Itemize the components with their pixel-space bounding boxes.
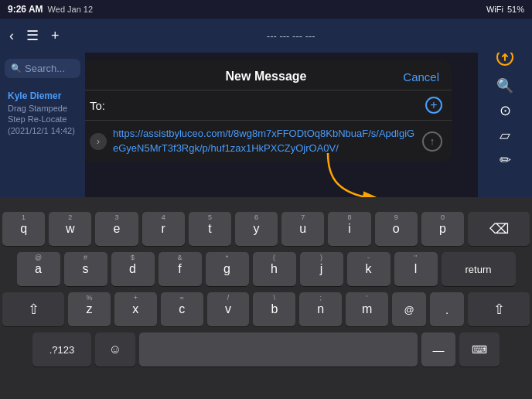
search-panel-icon[interactable]: 🔍 — [496, 77, 513, 94]
key-r[interactable]: 4r — [142, 212, 185, 246]
search-icon: 🔍 — [11, 63, 22, 73]
sidebar-item-desc: Drag StampedeStep Re-Locate(2021/12/1 14… — [8, 103, 77, 136]
keyboard: 1q 2w 3e 4r 5t 6y 7u 8i 9o 0p ⌫ @a #s $d… — [0, 207, 532, 399]
status-bar-right: WiFi 51% — [486, 5, 524, 14]
modal-title: New Message — [226, 70, 307, 84]
back-button[interactable]: ‹ — [9, 28, 14, 44]
app-header: ‹ ☰ + --- --- --- --- — [0, 19, 532, 53]
key-s[interactable]: #s — [64, 252, 107, 286]
key-m[interactable]: 'm — [346, 292, 388, 326]
key-y[interactable]: 6y — [235, 212, 278, 246]
wifi-icon: WiFi — [486, 5, 503, 14]
header-center-text: --- --- --- --- — [60, 30, 523, 42]
key-shift[interactable]: ⇧ — [2, 292, 64, 326]
keyboard-row-1: 1q 2w 3e 4r 5t 6y 7u 8i 9o 0p ⌫ — [2, 212, 530, 246]
key-o[interactable]: 9o — [375, 212, 418, 246]
key-k[interactable]: -k — [347, 252, 390, 286]
search-bar[interactable]: 🔍 Search... — [5, 59, 80, 78]
key-i[interactable]: 8i — [328, 212, 370, 246]
battery-icon: 51% — [507, 5, 524, 14]
search-placeholder: Search... — [25, 63, 65, 74]
new-message-modal: New Message Cancel To: + › https://assis… — [80, 60, 452, 162]
key-v[interactable]: /v — [207, 292, 250, 326]
key-x[interactable]: +x — [114, 292, 157, 326]
add-button[interactable]: + — [51, 28, 60, 44]
key-period-bottom[interactable]: — — [421, 332, 455, 367]
key-shift-right[interactable]: ⇧ — [468, 292, 530, 326]
url-text: https://assistbyluceo.com/t/8wg8m7xFFODt… — [113, 127, 416, 155]
key-c[interactable]: =c — [161, 292, 203, 326]
key-j[interactable]: )j — [300, 252, 343, 286]
keyboard-row-2: @a #s $d &f *g (h )j -k "l return — [2, 252, 530, 286]
edit-panel-icon[interactable]: ✏ — [500, 152, 511, 169]
key-n[interactable]: ;n — [299, 292, 342, 326]
key-e[interactable]: 3e — [95, 212, 138, 246]
key-b[interactable]: \b — [253, 292, 295, 326]
sidebar-item-name: Kyle Diemer — [8, 90, 77, 101]
sidebar-item[interactable]: Kyle Diemer Drag StampedeStep Re-Locate(… — [0, 84, 85, 142]
key-keyboard[interactable]: ⌨ — [459, 332, 500, 367]
keyboard-row-4: .?123 ☺ — ⌨ — [2, 332, 530, 367]
modal-to-row: To: + — [80, 90, 452, 120]
key-f[interactable]: &f — [159, 252, 202, 286]
cancel-button[interactable]: Cancel — [403, 70, 439, 84]
status-time: 9:26 AM — [8, 4, 43, 15]
circle-panel-icon[interactable]: ⊙ — [500, 102, 511, 119]
key-period[interactable]: . — [430, 292, 464, 326]
key-a[interactable]: @a — [17, 252, 60, 286]
key-return[interactable]: return — [442, 252, 516, 286]
key-w[interactable]: 2w — [49, 212, 91, 246]
to-input[interactable] — [108, 99, 425, 112]
key-z[interactable]: %z — [68, 292, 111, 326]
key-t[interactable]: 5t — [189, 212, 231, 246]
key-u[interactable]: 7u — [281, 212, 324, 246]
key-d[interactable]: $d — [111, 252, 155, 286]
key-delete[interactable]: ⌫ — [468, 212, 530, 246]
key-q[interactable]: 1q — [2, 212, 45, 246]
modal-header: New Message Cancel — [80, 60, 452, 90]
key-at[interactable]: @ — [392, 292, 426, 326]
keyboard-row-3: ⇧ %z +x =c /v \b ;n 'm @ . ⇧ — [2, 292, 530, 326]
key-space[interactable] — [139, 332, 418, 367]
menu-button[interactable]: ☰ — [26, 27, 39, 44]
key-g[interactable]: *g — [206, 252, 249, 286]
to-label: To: — [90, 99, 105, 112]
status-bar: 9:26 AM Wed Jan 12 WiFi 51% — [0, 0, 532, 19]
to-add-button[interactable]: + — [425, 97, 442, 114]
key-h[interactable]: (h — [253, 252, 296, 286]
key-numbers[interactable]: .?123 — [32, 332, 91, 367]
modal-url-row: › https://assistbyluceo.com/t/8wg8m7xFFO… — [80, 120, 452, 162]
header-left: ‹ ☰ + — [9, 27, 60, 44]
url-expand-button[interactable]: › — [90, 133, 107, 150]
key-p[interactable]: 0p — [421, 212, 464, 246]
status-bar-left: 9:26 AM Wed Jan 12 — [8, 4, 93, 15]
key-l[interactable]: "l — [394, 252, 438, 286]
url-upload-button[interactable]: ↑ — [422, 131, 442, 152]
key-emoji[interactable]: ☺ — [95, 332, 135, 367]
box-panel-icon[interactable]: ▱ — [500, 127, 510, 144]
status-date: Wed Jan 12 — [48, 5, 94, 14]
